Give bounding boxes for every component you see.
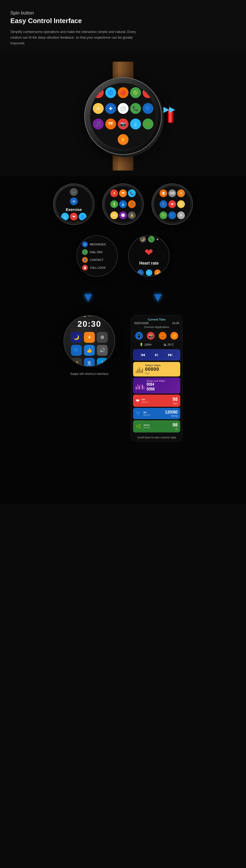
shortcut-btn-alipay[interactable]: 支 xyxy=(84,358,95,367)
dot-indicator xyxy=(157,239,158,240)
mini-app-icon: ⌨ xyxy=(168,189,176,197)
app-icon: ⚡ xyxy=(117,134,129,145)
date-display: 2022/10/28 xyxy=(134,321,148,325)
steps-unit: Step xyxy=(145,372,178,374)
shortcut-btn-water[interactable]: 💧 xyxy=(97,358,108,367)
shortcut-btn-settings[interactable]: ⚙ xyxy=(97,332,108,343)
battery-status: 🔋 100% xyxy=(140,343,151,346)
mini-app-icon: 🔋 xyxy=(110,200,118,208)
messages-label: MESSAGES xyxy=(90,243,106,246)
bp-unit: mmHg xyxy=(165,414,178,417)
bp-value-container: 120/80 mmHg xyxy=(165,410,178,417)
steps-bar xyxy=(137,369,138,373)
steps-info: Today's Steps 00000 Step xyxy=(145,364,178,374)
exercise-label: Exercise xyxy=(58,207,90,212)
app-icon-clock: 🕐 xyxy=(117,103,129,114)
mini-watch-3: 📋 ⌨ ☀ 🏃 ❤ 🌡 🟢 💙 ⚙ xyxy=(151,183,193,225)
shortcut-grid: 🌙 ☀ ⚙ 🔵 👍 🔊 ⚡ 支 💧 xyxy=(71,332,108,367)
mini-app-icon: 🕐 xyxy=(119,211,127,219)
bottom-spacer xyxy=(0,452,246,504)
app-icon: 💧 xyxy=(130,118,141,129)
mini-app-icon: ··· xyxy=(70,188,78,196)
sleep-bar xyxy=(137,384,138,390)
steps-bars xyxy=(136,365,143,373)
shortcut-label: Swipe left shortcut interface xyxy=(70,372,108,376)
menu-item-dialpad: 📞 DIAL PAD xyxy=(82,249,103,255)
page-title: Easy Control Interface xyxy=(10,17,236,25)
mini-app-icon: 🎿 xyxy=(66,221,73,222)
media-play-button[interactable]: ⏯ xyxy=(154,352,159,358)
app-icon: 🔵 xyxy=(142,103,153,114)
spo2-info: SPO2 Recent xyxy=(143,424,170,429)
sleep-title: Sleep Last Night xyxy=(147,380,178,382)
mini-watch-exercise: ··· ✉ Exercise 💧 ❤ 🌀 🎿 🏃 xyxy=(53,183,95,225)
page-wrapper: Spin button Easy Control Interface Simpl… xyxy=(0,0,246,504)
bp-card: 💙 BP Recent 120/80 mmHg xyxy=(133,408,180,419)
shortcut-btn-power[interactable]: ⚡ xyxy=(71,358,82,367)
phone-app-icon[interactable]: 🏃 xyxy=(159,332,167,340)
sleep-bar xyxy=(142,385,143,390)
mini-app-icon: ☀ xyxy=(177,189,185,197)
hr-unit: bpm xyxy=(172,402,178,405)
shortcut-btn-moon[interactable]: 🌙 xyxy=(71,332,82,343)
mini-app-icon: 📞 xyxy=(148,236,154,243)
arrow-indicator: ▶▶ xyxy=(164,105,175,114)
phone-app-icon[interactable]: ⚡ xyxy=(170,332,178,340)
current-time-label: Current Time xyxy=(134,318,179,321)
spo2-card: 🌿 SPO2 Recent 98 % xyxy=(133,420,180,432)
steps-card: Today's Steps 00000 Step xyxy=(133,362,180,376)
app-icon: 🟢 xyxy=(130,87,141,98)
sleep-value-m: 00M xyxy=(147,387,178,392)
mini-app-icon: 💧 xyxy=(61,213,69,220)
phone-app-icon[interactable]: 📸 xyxy=(147,332,154,340)
mini-app-icon: ⚙ xyxy=(177,211,185,219)
media-player: ⏮ ⏯ ⏭ xyxy=(133,349,180,361)
mini-watch-screen-3: 📋 ⌨ ☀ 🏃 ❤ 🌡 🟢 💙 ⚙ xyxy=(154,186,190,222)
steps-title: Today's Steps xyxy=(145,364,178,367)
menu-item-calllogs: 📋 CALL LOGS xyxy=(82,265,106,271)
messages-icon: ✉ xyxy=(82,242,88,247)
media-next-button[interactable]: ⏭ xyxy=(168,352,173,358)
mini-app-icon: 📞 xyxy=(128,189,136,197)
shortcut-btn-bluetooth[interactable]: 🔵 xyxy=(71,345,82,356)
hr-title: HR xyxy=(142,398,170,401)
hr-icon: ❤ xyxy=(136,398,140,404)
contact-icon: 👤 xyxy=(82,257,88,263)
mini-app-icon: 🌡 xyxy=(177,200,185,208)
app-icon: 📞 xyxy=(130,103,141,114)
shortcut-btn-sun[interactable]: ☀ xyxy=(84,332,95,343)
media-prev-button[interactable]: ⏮ xyxy=(141,352,145,358)
shortcut-btn-volume[interactable]: 🔊 xyxy=(97,345,108,356)
app-icon: ⚡ xyxy=(93,87,104,98)
sleep-bar xyxy=(140,383,141,390)
app-icon: 🌿 xyxy=(142,118,153,129)
mini-app-icon: ❤ xyxy=(70,213,78,220)
phone-status-row: 🔋 100% 🌤 25°C xyxy=(131,341,182,348)
time-display: 16:34 xyxy=(172,321,179,325)
common-apps-label: Common Applications xyxy=(134,325,179,329)
phone-app-icon[interactable]: 📱 xyxy=(135,332,143,340)
spo2-sub: Recent xyxy=(143,427,170,429)
header-section: Spin button Easy Control Interface Simpl… xyxy=(0,0,246,51)
mini-app-icon: ⚡ xyxy=(110,189,118,197)
arrow-down-row: ▼ ▼ xyxy=(0,284,246,310)
app-icon: 🎵 xyxy=(93,118,104,129)
app-icon: ☀ xyxy=(93,103,104,114)
watch-hero: ⚡ 🌀 🔴 🟢 ❤ ☀ ✚ 🕐 📞 🔵 🎵 🗺 📷 💧 🌿 ⚡ xyxy=(0,51,246,176)
shortcut-btn-like[interactable]: 👍 xyxy=(84,345,95,356)
mini-app-icon: 💙 xyxy=(168,211,176,219)
app-icon: 🗺 xyxy=(105,118,116,129)
steps-bar xyxy=(136,371,137,373)
phone-icons-row: 📱 📸 🏃 ⚡ xyxy=(131,330,182,341)
mini-app-icon: 🌡 xyxy=(154,270,161,276)
app-icon: 🌀 xyxy=(105,87,116,98)
sleep-bar xyxy=(136,387,137,390)
steps-bar xyxy=(142,368,143,373)
menu-item-contact: 👤 CONTACT xyxy=(82,257,103,263)
calllogs-icon: 📋 xyxy=(82,265,88,271)
hr-sub: Recent xyxy=(142,401,170,403)
date-time-row: 2022/10/28 16:34 xyxy=(134,321,179,325)
bp-title: BP xyxy=(143,411,163,414)
mini-app-icon: 📋 xyxy=(160,189,167,197)
steps-bar xyxy=(140,370,141,373)
